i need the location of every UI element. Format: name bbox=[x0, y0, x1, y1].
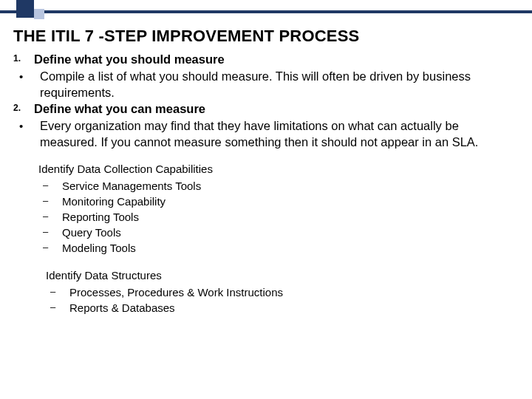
sub1-item: – Service Managements Tools bbox=[38, 178, 519, 194]
sub2-item: – Processes, Procedures & Work Instructi… bbox=[46, 284, 519, 300]
step-2-bullet-row: • Every organization may find that they … bbox=[13, 118, 519, 151]
sub1-item-text: Modeling Tools bbox=[62, 240, 519, 256]
bullet-icon: • bbox=[13, 69, 40, 101]
accent-square-light bbox=[34, 9, 44, 19]
step-2-bullet: Every organization may find that they ha… bbox=[40, 118, 519, 151]
content-area: THE ITIL 7 -STEP IMPROVEMENT PROCESS 1. … bbox=[13, 25, 519, 316]
step-1-number: 1. bbox=[13, 52, 34, 68]
sub2-header: Identify Data Structures bbox=[46, 267, 519, 283]
main-list: 1. Define what you should measure • Comp… bbox=[13, 52, 519, 151]
dash-icon: – bbox=[38, 178, 62, 194]
dash-icon: – bbox=[38, 194, 62, 209]
sub2-item-text: Reports & Databases bbox=[69, 300, 519, 316]
sub2-item-text: Processes, Procedures & Work Instruction… bbox=[69, 284, 519, 300]
step-1-bullet-row: • Compile a list of what you should meas… bbox=[13, 69, 519, 101]
step-1-bullet: Compile a list of what you should measur… bbox=[40, 69, 519, 101]
accent-bar bbox=[0, 10, 532, 13]
step-2-title-row: 2. Define what you can measure bbox=[13, 101, 519, 117]
sub1-item-text: Service Managements Tools bbox=[62, 178, 519, 194]
sub1-item-text: Monitoring Capability bbox=[62, 194, 519, 209]
sub1-item: – Query Tools bbox=[38, 225, 519, 240]
sub1-header: Identify Data Collection Capabilities bbox=[38, 161, 519, 177]
step-1-title: Define what you should measure bbox=[34, 52, 519, 68]
sub2-item: – Reports & Databases bbox=[46, 300, 519, 316]
step-2-title: Define what you can measure bbox=[34, 101, 519, 117]
sub1-item: – Reporting Tools bbox=[38, 209, 519, 225]
dash-icon: – bbox=[38, 209, 62, 225]
sub1-item-text: Reporting Tools bbox=[62, 209, 519, 225]
dash-icon: – bbox=[46, 300, 69, 316]
sub-block-2: Identify Data Structures – Processes, Pr… bbox=[46, 267, 519, 316]
page-title: THE ITIL 7 -STEP IMPROVEMENT PROCESS bbox=[13, 27, 519, 46]
accent-square-dark bbox=[16, 0, 34, 18]
step-1-title-row: 1. Define what you should measure bbox=[13, 52, 519, 68]
dash-icon: – bbox=[38, 240, 62, 256]
sub-block-1: Identify Data Collection Capabilities – … bbox=[38, 161, 519, 256]
step-2-number: 2. bbox=[13, 101, 34, 117]
bullet-icon: • bbox=[13, 118, 40, 151]
sub1-item-text: Query Tools bbox=[62, 225, 519, 240]
sub1-item: – Modeling Tools bbox=[38, 240, 519, 256]
sub1-item: – Monitoring Capability bbox=[38, 194, 519, 209]
slide: THE ITIL 7 -STEP IMPROVEMENT PROCESS 1. … bbox=[0, 0, 532, 399]
dash-icon: – bbox=[38, 225, 62, 240]
dash-icon: – bbox=[46, 284, 69, 300]
